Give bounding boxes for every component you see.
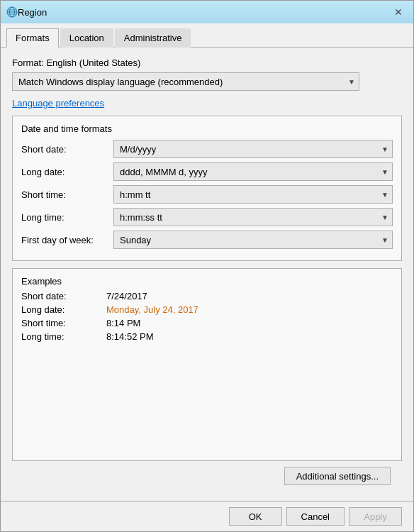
globe-icon [6, 6, 18, 18]
main-content: Format: English (United States) Match Wi… [1, 48, 413, 501]
first-day-select[interactable]: Sunday [113, 231, 393, 249]
short-date-select-wrapper: M/d/yyyy ▼ [113, 140, 393, 158]
first-day-label: First day of week: [21, 235, 113, 245]
example-long-date-label: Long date: [21, 304, 106, 315]
first-day-select-wrapper: Sunday ▼ [113, 231, 393, 249]
bottom-actions: Additional settings... [12, 461, 402, 491]
short-date-label: Short date: [21, 144, 113, 155]
ok-button[interactable]: OK [229, 507, 282, 526]
tab-administrative[interactable]: Administrative [115, 28, 191, 48]
additional-settings-button[interactable]: Additional settings... [284, 467, 391, 485]
short-time-select-wrapper: h:mm tt ▼ [113, 185, 393, 204]
long-time-row: Long time: h:mm:ss tt ▼ [21, 208, 393, 226]
apply-button[interactable]: Apply [349, 507, 402, 526]
language-dropdown[interactable]: Match Windows display language (recommen… [12, 72, 359, 91]
short-time-row: Short time: h:mm tt ▼ [21, 185, 393, 204]
date-time-section: Date and time formats Short date: M/d/yy… [12, 116, 402, 261]
region-dialog: Region ✕ Formats Location Administrative… [0, 0, 414, 532]
svg-point-5 [7, 7, 17, 17]
short-time-label: Short time: [21, 189, 113, 200]
language-dropdown-wrapper: Match Windows display language (recommen… [12, 72, 359, 91]
example-short-date-label: Short date: [21, 291, 106, 301]
short-date-row: Short date: M/d/yyyy ▼ [21, 140, 393, 158]
format-label: Format: English (United States) [12, 57, 402, 68]
example-short-time-value: 8:14 PM [106, 318, 140, 328]
example-long-time-label: Long time: [21, 331, 106, 342]
dialog-footer: OK Cancel Apply [1, 501, 413, 531]
first-day-row: First day of week: Sunday ▼ [21, 231, 393, 249]
example-short-date-value: 7/24/2017 [106, 291, 147, 301]
example-short-time-row: Short time: 8:14 PM [21, 318, 393, 328]
long-date-select[interactable]: dddd, MMMM d, yyyy [113, 162, 393, 181]
example-short-time-label: Short time: [21, 318, 106, 328]
long-date-select-wrapper: dddd, MMMM d, yyyy ▼ [113, 162, 393, 181]
long-date-label: Long date: [21, 167, 113, 177]
window-title: Region [18, 7, 389, 18]
short-date-select[interactable]: M/d/yyyy [113, 140, 393, 158]
date-time-section-title: Date and time formats [21, 123, 393, 134]
close-button[interactable]: ✕ [389, 5, 408, 19]
language-preferences-link[interactable]: Language preferences [12, 98, 402, 109]
examples-title: Examples [21, 276, 393, 287]
example-long-date-row: Long date: Monday, July 24, 2017 [21, 304, 393, 315]
tab-formats[interactable]: Formats [6, 28, 59, 48]
example-long-date-value: Monday, July 24, 2017 [106, 304, 198, 315]
tabs-bar: Formats Location Administrative [1, 23, 413, 48]
short-time-select[interactable]: h:mm tt [113, 185, 393, 204]
example-long-time-row: Long time: 8:14:52 PM [21, 331, 393, 342]
cancel-button[interactable]: Cancel [286, 507, 345, 526]
example-short-date-row: Short date: 7/24/2017 [21, 291, 393, 301]
long-time-select[interactable]: h:mm:ss tt [113, 208, 393, 226]
example-long-time-value: 8:14:52 PM [106, 331, 154, 342]
examples-section: Examples Short date: 7/24/2017 Long date… [12, 268, 402, 461]
tab-location[interactable]: Location [60, 28, 113, 48]
long-time-select-wrapper: h:mm:ss tt ▼ [113, 208, 393, 226]
long-date-row: Long date: dddd, MMMM d, yyyy ▼ [21, 162, 393, 181]
title-bar: Region ✕ [1, 1, 413, 23]
long-time-label: Long time: [21, 212, 113, 223]
